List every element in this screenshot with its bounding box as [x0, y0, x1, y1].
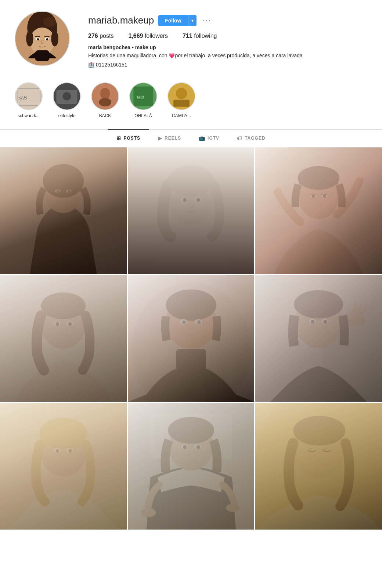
svg-rect-69	[176, 349, 206, 369]
grid-item-1[interactable]	[0, 147, 127, 274]
tab-posts-label: POSTS	[123, 136, 140, 141]
stat-followers[interactable]: 1,669 followers	[128, 33, 168, 39]
avatar[interactable]	[15, 11, 70, 66]
svg-point-58	[41, 292, 86, 319]
svg-point-86	[294, 290, 343, 318]
tagged-icon: 🏷	[237, 135, 242, 141]
tab-igtv[interactable]: 📺 IGTV	[190, 129, 228, 146]
follow-button-group[interactable]: Follow ▾	[158, 15, 196, 26]
bio-name: maría bengochea • make up	[88, 44, 367, 50]
tab-reels-label: REELS	[165, 136, 181, 141]
svg-point-89	[311, 320, 314, 323]
svg-point-121	[323, 448, 331, 453]
svg-point-120	[308, 448, 316, 453]
profile-header: mariab.makeup Follow ▾ ··· 276 posts 1,6…	[0, 0, 382, 75]
story-circle-1: SIS	[15, 82, 43, 110]
story-item-1[interactable]: SIS schwarzk...	[15, 82, 43, 118]
stat-following[interactable]: 711 following	[183, 33, 217, 39]
igtv-icon: 📺	[199, 135, 205, 141]
grid-item-6[interactable]	[255, 275, 382, 402]
svg-point-44	[196, 198, 200, 202]
svg-point-2	[43, 17, 56, 27]
svg-rect-83	[347, 315, 365, 326]
svg-point-64	[60, 330, 61, 331]
bio-contact[interactable]: 🏥 01125166151	[88, 62, 367, 68]
svg-point-62	[68, 322, 72, 326]
username-row: mariab.makeup Follow ▾ ···	[88, 15, 367, 26]
svg-point-112	[183, 445, 187, 449]
story-label-1: schwarzk...	[18, 113, 40, 118]
svg-point-49	[298, 166, 340, 190]
svg-point-99	[55, 449, 59, 453]
stories-row: SIS schwarzk... elifestyle	[15, 82, 367, 118]
svg-point-106	[226, 504, 239, 512]
story-item-4[interactable]: text OHLALÁ	[129, 82, 157, 118]
story-label-2: elifestyle	[58, 113, 76, 118]
stat-posts[interactable]: 276 posts	[88, 33, 113, 39]
svg-point-10	[46, 38, 48, 40]
svg-point-119	[293, 416, 346, 446]
posts-count: 276	[88, 33, 98, 39]
tab-igtv-label: IGTV	[208, 136, 219, 141]
svg-point-63	[53, 329, 54, 330]
svg-point-78	[198, 321, 200, 323]
grid-item-8[interactable]	[128, 403, 255, 530]
svg-text:text: text	[137, 95, 144, 100]
grid-item-5[interactable]	[128, 275, 255, 402]
svg-point-53	[323, 194, 326, 198]
svg-point-65	[66, 329, 67, 330]
svg-point-17	[63, 92, 71, 101]
svg-point-77	[183, 321, 185, 323]
stats-row: 276 posts 1,669 followers 711 following	[88, 33, 367, 39]
svg-point-25	[176, 88, 187, 99]
svg-point-109	[168, 417, 214, 444]
story-circle-2	[53, 82, 81, 110]
svg-rect-26	[173, 100, 190, 107]
grid-item-9[interactable]	[255, 403, 382, 530]
svg-point-66	[72, 328, 73, 329]
phone-number: 01125166151	[96, 62, 127, 68]
stories-section: SIS schwarzk... elifestyle	[0, 75, 382, 122]
grid-item-2[interactable]	[128, 147, 255, 274]
svg-point-122	[304, 454, 315, 462]
story-item-3[interactable]: BACK	[91, 82, 119, 118]
svg-point-96	[39, 418, 87, 449]
svg-point-123	[324, 454, 335, 462]
svg-point-6	[51, 31, 58, 47]
story-label-4: OHLALÁ	[134, 113, 152, 118]
tab-tagged-label: TAGGED	[245, 136, 265, 141]
story-item-5[interactable]: CAMPA...	[167, 82, 195, 118]
grid-item-7[interactable]	[0, 403, 127, 530]
svg-point-5	[26, 31, 33, 47]
grid-item-4[interactable]	[0, 275, 127, 402]
svg-point-105	[141, 508, 156, 517]
more-options-button[interactable]: ···	[201, 16, 213, 25]
tab-reels[interactable]: ▶ REELS	[149, 129, 190, 146]
story-item-2[interactable]: elifestyle	[53, 82, 81, 118]
followers-label: followers	[145, 33, 168, 39]
story-circle-4: text	[129, 82, 157, 110]
follow-dropdown-button[interactable]: ▾	[188, 15, 197, 26]
following-count: 711	[183, 33, 192, 39]
following-label: following	[194, 33, 217, 39]
svg-point-9	[37, 38, 39, 40]
svg-point-90	[324, 320, 327, 323]
svg-point-72	[166, 289, 216, 320]
grid-item-3[interactable]	[255, 147, 382, 274]
svg-point-34	[57, 190, 60, 193]
reels-icon: ▶	[158, 135, 162, 141]
tab-tagged[interactable]: 🏷 TAGGED	[228, 129, 274, 146]
posts-label: posts	[100, 33, 113, 39]
follow-button[interactable]: Follow	[158, 15, 188, 26]
followers-count: 1,669	[128, 33, 143, 39]
svg-point-52	[312, 194, 315, 198]
svg-point-35	[68, 190, 71, 193]
tabs-row: ⊞ POSTS ▶ REELS 📺 IGTV 🏷 TAGGED	[0, 130, 382, 146]
svg-point-113	[196, 445, 200, 449]
svg-point-43	[183, 198, 187, 202]
svg-point-19	[100, 88, 110, 99]
bio-description: Historias de una maquilladora, con 💗por …	[88, 52, 367, 60]
tab-posts[interactable]: ⊞ POSTS	[108, 129, 149, 146]
story-circle-3	[91, 82, 119, 110]
profile-info: mariab.makeup Follow ▾ ··· 276 posts 1,6…	[88, 11, 367, 68]
